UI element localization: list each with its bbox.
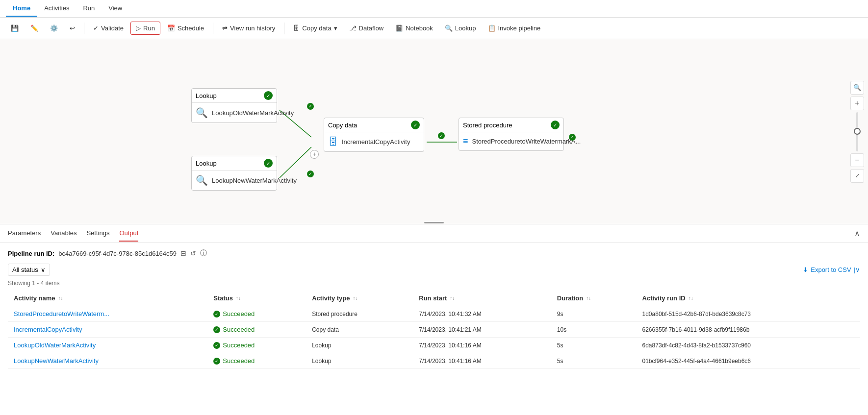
tab-parameters[interactable]: Parameters [8, 225, 41, 242]
table-row: IncrementalCopyActivity ✓ Succeeded Copy… [8, 322, 860, 338]
cell-run-id-0: 1d0a80bf-515d-42b6-87df-bde3639c8c73 [637, 306, 860, 322]
pipeline-run-id-value: bc4a7669-c95f-4d7c-978c-85c1d6164c59 [58, 250, 177, 257]
cell-duration-2: 5s [551, 338, 637, 353]
zoom-controls: 🔍 + − ⤢ [850, 81, 864, 183]
tab-activities[interactable]: Activities [37, 0, 76, 17]
settings-button[interactable]: ⚙️ [45, 22, 63, 34]
filter-label: All status [12, 266, 38, 273]
undo-button[interactable]: ↩ [65, 22, 80, 34]
nav-tabs: Home Activities Run View [0, 0, 868, 18]
pipeline-run-id-label: Pipeline run ID: [8, 250, 54, 257]
col-run-id: Activity run ID ↑↓ [637, 291, 860, 306]
success-icon-0: ✓ [213, 311, 220, 317]
divider-3 [284, 23, 284, 34]
table-body: StoredProceduretoWriteWaterm... ✓ Succee… [8, 306, 860, 369]
status-text-0: Succeeded [223, 310, 255, 317]
export-csv-button[interactable]: ⬇ Export to CSV |∨ [803, 266, 860, 273]
cell-run-id-1: 6266355f-7b16-4011-9d38-acfb9f11986b [637, 322, 860, 338]
filter-chevron: ∨ [41, 266, 46, 273]
invoke-pipeline-button[interactable]: 📋 Invoke pipeline [483, 22, 546, 34]
sort-run-id-icon[interactable]: ↑↓ [689, 295, 693, 301]
refresh-button[interactable]: ↺ [190, 249, 196, 257]
col-duration: Duration ↑↓ [551, 291, 637, 306]
tab-output[interactable]: Output [119, 225, 138, 242]
tab-run[interactable]: Run [76, 0, 102, 17]
calendar-icon: 📅 [167, 24, 175, 32]
activity-name-link-2[interactable]: LookupOldWaterMarkActivity [14, 342, 96, 349]
status-filter-dropdown[interactable]: All status ∨ [8, 264, 50, 276]
edit-icon: ✏️ [30, 24, 38, 32]
node-copy1-label: IncrementalCopyActivity [342, 138, 410, 146]
bottom-panel: Parameters Variables Settings Output ∧ P… [0, 224, 868, 415]
panel-drag-handle[interactable] [422, 221, 446, 224]
node-sp1-type: Stored procedure [463, 122, 512, 129]
status-text-2: Succeeded [223, 342, 255, 349]
plus-connector[interactable]: + [310, 150, 319, 159]
activity-name-link-3[interactable]: LookupNewWaterMarkActivity [14, 357, 99, 365]
cell-status-0: ✓ Succeeded [207, 306, 306, 322]
node-sp1-header: Stored procedure ✓ [459, 118, 563, 132]
view-run-history-button[interactable]: ⇌ View run history [217, 22, 280, 34]
sort-run-start-icon[interactable]: ↑↓ [450, 295, 455, 301]
activity-name-link-0[interactable]: StoredProceduretoWriteWaterm... [14, 310, 109, 317]
info-button[interactable]: ⓘ [200, 249, 207, 258]
save-button[interactable]: 💾 [6, 22, 24, 34]
pipeline-run-id-row: Pipeline run ID: bc4a7669-c95f-4d7c-978c… [8, 249, 860, 258]
table-header-row: Activity name ↑↓ Status ↑↓ Activity type [8, 291, 860, 306]
node-lookup1-status: ✓ [264, 91, 273, 100]
node-sp1-status: ✓ [551, 121, 560, 129]
tab-variables[interactable]: Variables [51, 225, 77, 242]
cell-run-start-2: 7/14/2023, 10:41:16 AM [413, 338, 551, 353]
cell-run-id-3: 01bcf964-e352-445f-a4a4-4661b9eeb6c6 [637, 353, 860, 369]
pipeline-canvas-area: Lookup ✓ 🔍 LookupOldWaterMarkActivity ✓ … [0, 39, 868, 224]
zoom-search-button[interactable]: 🔍 [850, 81, 864, 95]
notebook-button[interactable]: 📓 Notebook [390, 22, 438, 34]
zoom-thumb[interactable] [854, 128, 861, 135]
download-icon: ⬇ [803, 266, 808, 273]
sort-duration-icon[interactable]: ↑↓ [586, 295, 591, 301]
success-icon-2: ✓ [213, 342, 220, 349]
zoom-slider[interactable] [856, 112, 858, 151]
sort-type-icon[interactable]: ↑↓ [353, 295, 357, 301]
node-sp1-body: ≡ StoredProceduretoWriteWatermarkA... [459, 132, 563, 150]
run-button[interactable]: ▷ Run [130, 22, 160, 35]
copy-data-chevron: ▾ [334, 24, 337, 32]
copy-node-icon: 🗄 [328, 136, 338, 147]
dataflow-button[interactable]: ⎇ Dataflow [344, 22, 389, 34]
tab-view[interactable]: View [102, 0, 129, 17]
node-sp1[interactable]: Stored procedure ✓ ≡ StoredProceduretoWr… [459, 118, 564, 151]
sort-activity-name-icon[interactable]: ↑↓ [58, 295, 63, 301]
showing-count: Showing 1 - 4 items [8, 280, 860, 287]
validate-button[interactable]: ✓ Validate [88, 22, 128, 34]
activity-name-link-1[interactable]: IncrementalCopyActivity [14, 326, 82, 333]
gear-icon: ⚙️ [50, 24, 58, 32]
edit-button[interactable]: ✏️ [26, 22, 43, 34]
copy-run-id-button[interactable]: ⊟ [180, 249, 186, 257]
lookup-button[interactable]: 🔍 Lookup [440, 22, 481, 34]
status-text-3: Succeeded [223, 357, 255, 365]
cell-status-1: ✓ Succeeded [207, 322, 306, 338]
cell-run-start-3: 7/14/2023, 10:41:16 AM [413, 353, 551, 369]
node-lookup2-label: LookupNewWaterMarkActivity [212, 177, 297, 184]
node-lookup1[interactable]: Lookup ✓ 🔍 LookupOldWaterMarkActivity [191, 88, 277, 123]
cell-duration-1: 10s [551, 322, 637, 338]
node-lookup2[interactable]: Lookup ✓ 🔍 LookupNewWaterMarkActivity [191, 156, 277, 191]
tab-settings[interactable]: Settings [86, 225, 109, 242]
filter-row: All status ∨ ⬇ Export to CSV |∨ [8, 264, 860, 276]
dataflow-icon: ⎇ [349, 24, 357, 32]
tab-home[interactable]: Home [6, 0, 37, 17]
export-label: Export to CSV [811, 266, 851, 273]
zoom-fit-button[interactable]: ⤢ [850, 169, 864, 183]
panel-close-button[interactable]: ∧ [854, 229, 860, 238]
cell-activity-name-1: IncrementalCopyActivity [8, 322, 207, 338]
sort-status-icon[interactable]: ↑↓ [236, 295, 241, 301]
schedule-button[interactable]: 📅 Schedule [162, 22, 209, 34]
cell-duration-3: 5s [551, 353, 637, 369]
node-copy1[interactable]: Copy data ✓ 🗄 IncrementalCopyActivity [324, 118, 424, 152]
success-icon-3: ✓ [213, 358, 220, 365]
zoom-in-button[interactable]: + [850, 97, 864, 110]
table-row: LookupNewWaterMarkActivity ✓ Succeeded L… [8, 353, 860, 369]
node-lookup2-type: Lookup [196, 160, 217, 167]
copy-data-button[interactable]: 🗄 Copy data ▾ [288, 22, 342, 34]
zoom-out-button[interactable]: − [850, 153, 864, 167]
